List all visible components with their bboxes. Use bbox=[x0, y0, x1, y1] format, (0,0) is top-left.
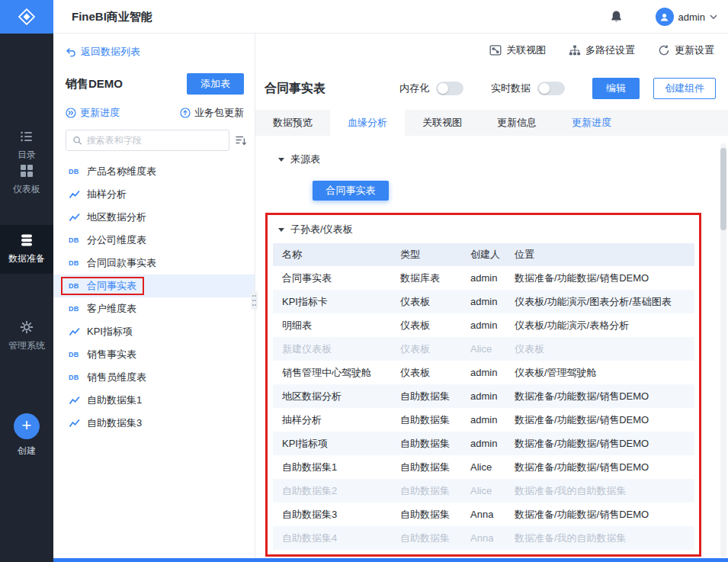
table-row[interactable]: 自助数据集2 自助数据集 Alice 数据准备/我的自助数据集 bbox=[273, 479, 694, 503]
user-menu[interactable]: admin bbox=[656, 8, 717, 26]
column-header-creator: 创建人 bbox=[461, 243, 505, 266]
multipath-settings-label: 多路径设置 bbox=[585, 43, 635, 57]
cell-name: 地区数据分析 bbox=[273, 384, 391, 408]
table-row[interactable]: 新建仪表板 仪表板 Alice 仪表板 bbox=[273, 337, 694, 361]
tab[interactable]: 血缘分析 bbox=[330, 110, 405, 136]
back-to-data-list-link[interactable]: 返回数据列表 bbox=[66, 45, 242, 59]
table-row[interactable]: KPI指标卡 仪表板 admin 仪表板/功能演示/图表分析/基础图表 bbox=[273, 290, 694, 313]
panel-resize-handle[interactable] bbox=[251, 291, 258, 310]
line-chart-icon bbox=[69, 213, 81, 222]
tab[interactable]: 更新进度 bbox=[554, 110, 629, 136]
sidebar-item-catalog[interactable]: 目录 bbox=[0, 130, 53, 162]
table-list-item[interactable]: DB 自助数据集1 bbox=[53, 389, 255, 412]
cell-type: 自助数据集 bbox=[391, 503, 461, 526]
sitemap-icon bbox=[569, 44, 581, 56]
table-row[interactable]: 合同事实表 数据库表 admin 数据准备/功能数据/销售DEMO bbox=[273, 266, 694, 290]
sidebar-item-dashboard[interactable]: 仪表板 bbox=[0, 164, 53, 196]
cell-type: 自助数据集 bbox=[391, 384, 461, 408]
table-list-item[interactable]: DB 销售员维度表 bbox=[53, 366, 255, 389]
table-list-item[interactable]: DB 销售事实表 bbox=[53, 343, 255, 366]
scrollbar-thumb[interactable] bbox=[720, 148, 726, 230]
cell-creator: admin bbox=[461, 290, 505, 313]
bottom-window-edge bbox=[53, 558, 728, 562]
column-header-type: 类型 bbox=[391, 243, 461, 266]
edit-button[interactable]: 编辑 bbox=[592, 78, 640, 99]
cell-type: 仪表板 bbox=[391, 361, 461, 384]
realtime-toggle[interactable] bbox=[537, 82, 565, 95]
memory-toggle[interactable] bbox=[436, 82, 463, 95]
descendants-section-header[interactable]: 子孙表/仪表板 bbox=[278, 223, 699, 236]
table-row[interactable]: 明细表 仪表板 admin 仪表板/功能演示/表格分析 bbox=[273, 313, 694, 337]
notification-bell-button[interactable] bbox=[610, 10, 623, 26]
person-icon bbox=[659, 11, 670, 23]
tab[interactable]: 更新信息 bbox=[479, 110, 554, 136]
table-list-item[interactable]: DB KPI指标项 bbox=[53, 320, 255, 343]
table-item-label: KPI指标项 bbox=[87, 325, 133, 339]
cell-location: 数据准备/功能数据/销售DEMO bbox=[505, 266, 694, 290]
top-header: FineBI商业智能 admin bbox=[53, 0, 728, 34]
table-list-item[interactable]: DB 自助数据集3 bbox=[53, 412, 255, 435]
table-row[interactable]: 地区数据分析 自助数据集 admin 数据准备/功能数据/销售DEMO bbox=[273, 384, 694, 408]
table-row[interactable]: 自助数据集1 自助数据集 Alice 数据准备/功能数据/销售DEMO bbox=[273, 455, 694, 479]
add-table-button[interactable]: 添加表 bbox=[187, 73, 244, 95]
table-item-content: DB 合同回款事实表 bbox=[61, 254, 164, 272]
cell-name: 明细表 bbox=[273, 313, 391, 337]
descendants-section-annotation: 子孙表/仪表板 名称 类型 创建人 位置 合同事实表 bbox=[265, 213, 701, 557]
line-chart-icon bbox=[69, 327, 81, 336]
sort-filter-icon[interactable] bbox=[235, 134, 247, 146]
descendants-table: 名称 类型 创建人 位置 合同事实表 数据库表 admin 数据准备/功能数据/… bbox=[273, 243, 694, 550]
tab[interactable]: 数据预览 bbox=[255, 110, 330, 136]
table-row[interactable]: 销售管理中心驾驶舱 仪表板 admin 仪表板/管理驾驶舱 bbox=[273, 361, 694, 384]
cell-type: 数据库表 bbox=[391, 266, 461, 290]
create-component-button[interactable]: 创建组件 bbox=[653, 78, 716, 99]
table-title-row: 合同事实表 内存化 实时数据 编辑 创建组件 bbox=[255, 67, 728, 110]
package-update-link[interactable]: 业务包更新 bbox=[180, 106, 244, 120]
sidebar-item-data-preparation[interactable]: 数据准备 bbox=[0, 225, 53, 274]
cell-location: 仪表板/功能演示/表格分析 bbox=[505, 313, 694, 337]
table-item-content: DB 合同事实表 bbox=[61, 277, 144, 295]
sidebar-item-create[interactable]: + 创建 bbox=[0, 413, 53, 458]
source-table-node[interactable]: 合同事实表 bbox=[313, 181, 389, 201]
table-list-item[interactable]: DB 分公司维度表 bbox=[53, 229, 255, 252]
package-title: 销售DEMO bbox=[66, 77, 123, 92]
user-name: admin bbox=[678, 11, 705, 23]
sidebar-item-management[interactable]: 管理系统 bbox=[0, 320, 53, 352]
relation-view-link[interactable]: 关联视图 bbox=[489, 43, 546, 57]
table-list-item[interactable]: DB 客户维度表 bbox=[53, 297, 255, 320]
refresh-icon bbox=[658, 44, 670, 56]
cell-name: 自助数据集3 bbox=[273, 503, 391, 526]
cell-creator: admin bbox=[461, 432, 505, 455]
sidebar-item-label: 仪表板 bbox=[13, 183, 40, 196]
update-settings-link[interactable]: 更新设置 bbox=[658, 43, 714, 57]
search-input[interactable] bbox=[87, 135, 223, 146]
table-row[interactable]: KPI指标项 自助数据集 admin 数据准备/功能数据/销售DEMO bbox=[273, 432, 694, 455]
avatar bbox=[656, 8, 674, 26]
content-scrollbar[interactable] bbox=[720, 143, 726, 557]
table-item-label: 产品名称维度表 bbox=[87, 165, 156, 178]
table-list-item[interactable]: DB 产品名称维度表 bbox=[53, 160, 255, 183]
cell-name: 自助数据集4 bbox=[273, 526, 391, 550]
finebi-logo[interactable] bbox=[0, 0, 53, 34]
table-list-item[interactable]: DB 抽样分析 bbox=[53, 183, 255, 206]
package-update-label: 业务包更新 bbox=[194, 106, 244, 120]
table-list-item[interactable]: DB 地区数据分析 bbox=[53, 206, 255, 229]
table-list-item[interactable]: DB 合同回款事实表 bbox=[53, 252, 255, 275]
update-progress-link[interactable]: 更新进度 bbox=[66, 106, 120, 120]
cell-type: 仪表板 bbox=[391, 337, 461, 361]
relation-view-label: 关联视图 bbox=[506, 43, 546, 57]
cell-name: KPI指标卡 bbox=[273, 290, 391, 313]
cell-location: 仪表板/管理驾驶舱 bbox=[505, 361, 694, 384]
cell-location: 数据准备/我的自助数据集 bbox=[505, 479, 694, 503]
cell-type: 自助数据集 bbox=[391, 432, 461, 455]
db-table-icon: DB bbox=[69, 374, 81, 381]
tab[interactable]: 关联视图 bbox=[405, 110, 479, 136]
page-title: 合同事实表 bbox=[265, 81, 326, 97]
cell-creator: admin bbox=[461, 361, 505, 384]
column-header-name: 名称 bbox=[273, 243, 391, 266]
table-row[interactable]: 自助数据集4 自助数据集 Anna 数据准备/我的自助数据集 bbox=[273, 526, 694, 550]
source-section-header[interactable]: 来源表 bbox=[278, 153, 728, 166]
table-row[interactable]: 自助数据集3 自助数据集 Anna 数据准备/功能数据/销售DEMO bbox=[273, 503, 694, 526]
table-row[interactable]: 抽样分析 自助数据集 admin 数据准备/功能数据/销售DEMO bbox=[273, 408, 694, 432]
table-list-item[interactable]: DB 合同事实表 bbox=[53, 275, 255, 297]
multipath-settings-link[interactable]: 多路径设置 bbox=[569, 43, 635, 57]
